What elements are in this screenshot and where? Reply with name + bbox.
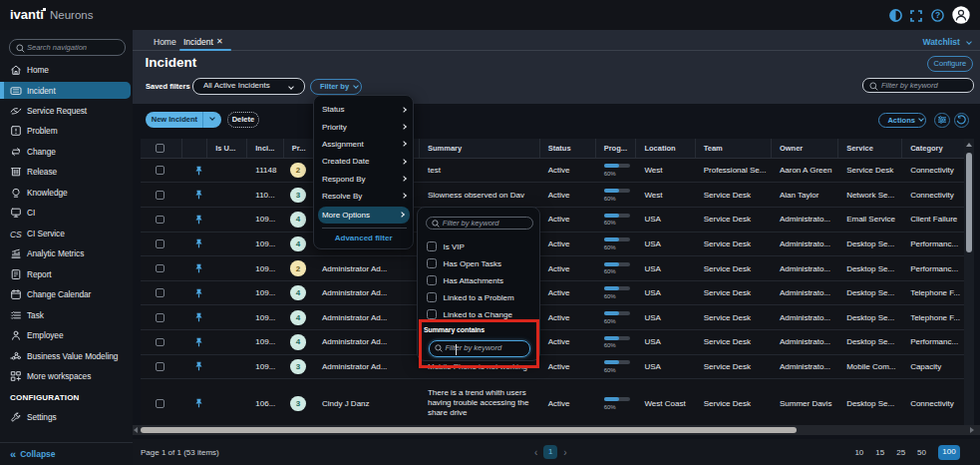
svg-text:?: ?	[935, 10, 940, 20]
svg-text:CS: CS	[10, 229, 22, 238]
